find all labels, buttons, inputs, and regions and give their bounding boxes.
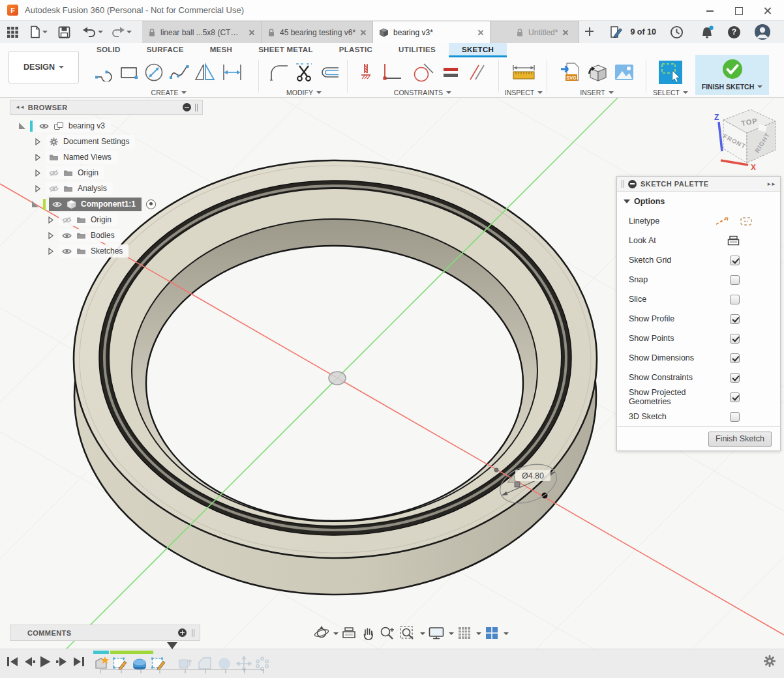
tree-item-label[interactable]: Named Views [63, 153, 112, 162]
timeline-go-to-end-button[interactable] [72, 655, 86, 669]
sketch-point[interactable] [494, 468, 499, 473]
slice-checkbox[interactable] [730, 295, 740, 304]
trim-tool-icon[interactable] [294, 62, 314, 83]
redo-icon[interactable] [108, 21, 134, 43]
ribbon-tab-solid[interactable]: SOLID [83, 43, 134, 57]
tree-row-bodies[interactable]: Bodies [10, 228, 203, 243]
measure-tool-icon[interactable] [511, 63, 537, 82]
timeline-step-back-button[interactable] [22, 655, 37, 669]
close-tab-icon[interactable] [562, 29, 569, 36]
clock-history-icon[interactable] [667, 25, 686, 39]
activate-component-radio[interactable] [146, 199, 156, 209]
save-icon[interactable] [55, 21, 73, 43]
expander-closed-icon[interactable] [48, 216, 54, 223]
fix-constraint-icon[interactable] [359, 63, 373, 82]
document-tab[interactable]: 45 bearing testing v6* [262, 21, 373, 43]
tangent-constraint-icon[interactable] [411, 62, 434, 83]
eye-icon[interactable] [39, 123, 49, 130]
show-dimensions-checkbox[interactable] [730, 353, 740, 363]
close-tab-icon[interactable] [249, 29, 255, 36]
show-profile-checkbox[interactable] [730, 314, 740, 324]
close-tab-icon[interactable] [477, 29, 484, 36]
tree-item-label[interactable]: Document Settings [63, 137, 129, 146]
document-tab-label[interactable]: linear ball ...5x8 (CTC) v2 [160, 28, 244, 37]
minimize-button[interactable] [706, 6, 715, 15]
document-tab-label[interactable]: Untitled* [528, 28, 558, 37]
options-section-header[interactable]: Options [617, 192, 780, 211]
display-caret-icon[interactable] [449, 632, 454, 638]
expander-open-icon[interactable] [19, 123, 25, 129]
modify-menu[interactable]: MODIFY [286, 87, 322, 98]
expander-closed-icon[interactable] [35, 138, 41, 145]
line-tool-icon[interactable] [95, 63, 115, 81]
redo-caret-icon[interactable] [127, 31, 132, 36]
tree-item-label[interactable]: Origin [78, 168, 98, 177]
timeline-play-button[interactable] [38, 655, 52, 669]
grid-caret-icon[interactable] [476, 632, 481, 638]
sketch-palette-header[interactable]: SKETCH PALETTE ►► [617, 177, 780, 192]
job-status-icon[interactable] [607, 25, 626, 38]
fillet-tool-icon[interactable] [268, 63, 290, 82]
eye-off-icon[interactable] [62, 216, 72, 224]
document-tab[interactable]: linear ball ...5x8 (CTC) v2 [142, 21, 262, 43]
parallel-constraint-icon[interactable] [467, 63, 487, 81]
document-tab-label[interactable]: 45 bearing testing v6* [280, 28, 355, 37]
eye-off-icon[interactable] [49, 185, 59, 192]
expander-closed-icon[interactable] [35, 185, 41, 192]
timeline-step-forward-button[interactable] [55, 655, 69, 669]
timeline-settings-gear-icon[interactable] [763, 655, 776, 670]
rectangle-tool-icon[interactable] [119, 63, 140, 81]
undo-caret-icon[interactable] [98, 31, 103, 36]
close-tab-icon[interactable] [360, 29, 367, 36]
dimension-value[interactable]: Ø4.80 [522, 471, 544, 480]
notifications-bell-icon[interactable] [697, 25, 717, 39]
look-at-icon[interactable] [340, 626, 357, 640]
expander-open-icon[interactable] [32, 201, 38, 207]
ribbon-tab-surface[interactable]: SURFACE [134, 43, 197, 57]
panel-drag-handle[interactable] [192, 629, 194, 637]
insert-menu[interactable]: INSERT [580, 87, 613, 98]
tree-item-label[interactable]: Bodies [91, 231, 115, 240]
panel-drag-handle[interactable] [622, 180, 624, 188]
eye-off-icon[interactable] [49, 170, 59, 177]
tree-item-label[interactable]: Component1:1 [81, 199, 136, 209]
create-menu[interactable]: CREATE [151, 87, 187, 98]
tree-row-named-views[interactable]: Named Views [10, 149, 203, 165]
panel-drag-handle[interactable] [195, 104, 198, 111]
ribbon-tab-plastic[interactable]: PLASTIC [326, 43, 385, 57]
tree-row-root[interactable]: bearing v3 [10, 118, 203, 134]
tree-row-analysis[interactable]: Analysis [10, 181, 203, 196]
comments-bar[interactable]: COMMENTS [10, 625, 200, 641]
tree-item-label[interactable]: Sketches [91, 246, 123, 256]
user-avatar[interactable] [751, 23, 774, 40]
app-grid-menu-icon[interactable] [4, 21, 22, 43]
tree-row-component-origin[interactable]: Origin [10, 212, 203, 228]
zoom-icon[interactable] [378, 625, 397, 641]
display-settings-icon[interactable] [427, 625, 445, 641]
timeline-go-to-start-button[interactable] [5, 655, 20, 669]
finish-sketch-palette-button[interactable]: Finish Sketch [708, 432, 772, 447]
constraints-menu[interactable]: CONSTRAINTS [394, 87, 451, 98]
collapse-panel-icon[interactable]: ◄◄ [15, 104, 24, 110]
spline-tool-icon[interactable] [168, 63, 190, 82]
offset-tool-icon[interactable] [318, 63, 340, 81]
expander-closed-icon[interactable] [35, 154, 41, 160]
tree-row-component1-selected[interactable]: Component1:1 [10, 196, 203, 212]
orbit-caret-icon[interactable] [333, 632, 339, 638]
eye-icon[interactable] [52, 201, 62, 208]
fit-view-icon[interactable] [399, 625, 417, 641]
browser-header[interactable]: ◄◄ BROWSER [10, 100, 203, 115]
mirror-tool-icon[interactable] [194, 63, 217, 82]
equal-constraint-icon[interactable] [442, 65, 459, 80]
tree-row-document-settings[interactable]: Document Settings [10, 134, 203, 149]
eye-icon[interactable] [62, 248, 72, 255]
construction-linetype-icon[interactable] [715, 216, 731, 226]
perpendicular-constraint-icon[interactable] [381, 63, 403, 82]
close-button[interactable] [763, 6, 772, 15]
ribbon-tab-sheet-metal[interactable]: SHEET METAL [245, 43, 326, 57]
sketch-grid-checkbox[interactable] [730, 256, 740, 265]
collapse-section-icon[interactable] [628, 180, 637, 188]
add-comment-icon[interactable] [178, 628, 187, 637]
circle-tool-icon[interactable] [143, 62, 165, 83]
snap-checkbox[interactable] [730, 275, 740, 285]
